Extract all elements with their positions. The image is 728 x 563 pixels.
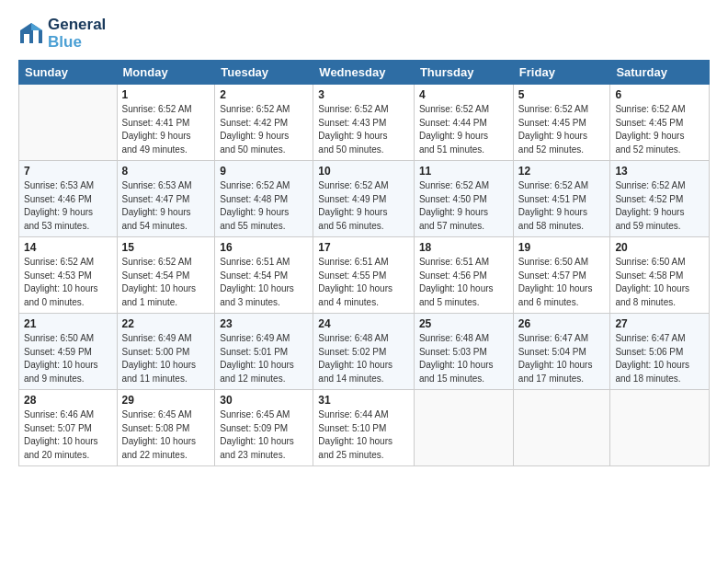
day-number: 5 [518, 88, 606, 101]
day-number: 18 [419, 241, 508, 254]
calendar-cell: 17Sunrise: 6:51 AMSunset: 4:55 PMDayligh… [313, 237, 415, 314]
day-info: Sunrise: 6:52 AMSunset: 4:43 PMDaylight:… [318, 103, 409, 156]
day-info: Sunrise: 6:45 AMSunset: 5:09 PMDaylight:… [220, 408, 308, 462]
weekday-friday: Friday [513, 61, 610, 85]
day-number: 10 [318, 165, 409, 178]
day-number: 31 [318, 394, 409, 407]
day-info: Sunrise: 6:49 AMSunset: 5:01 PMDaylight:… [220, 332, 308, 385]
day-number: 3 [318, 88, 409, 101]
day-number: 6 [615, 88, 704, 101]
day-number: 22 [122, 317, 210, 330]
day-number: 9 [220, 165, 308, 178]
day-info: Sunrise: 6:50 AMSunset: 4:58 PMDaylight:… [615, 256, 704, 309]
calendar-cell [414, 390, 513, 466]
svg-rect-2 [24, 34, 29, 43]
calendar-cell: 8Sunrise: 6:53 AMSunset: 4:47 PMDaylight… [117, 161, 215, 237]
page: General Blue SundayMondayTuesdayWednesda… [0, 0, 728, 476]
calendar-cell [513, 390, 610, 466]
weekday-tuesday: Tuesday [215, 61, 313, 85]
day-info: Sunrise: 6:52 AMSunset: 4:45 PMDaylight:… [615, 103, 704, 156]
day-info: Sunrise: 6:44 AMSunset: 5:10 PMDaylight:… [318, 408, 409, 462]
calendar-cell: 26Sunrise: 6:47 AMSunset: 5:04 PMDayligh… [513, 314, 610, 390]
calendar-cell: 15Sunrise: 6:52 AMSunset: 4:54 PMDayligh… [117, 237, 215, 314]
day-info: Sunrise: 6:51 AMSunset: 4:54 PMDaylight:… [220, 256, 308, 309]
calendar-cell: 21Sunrise: 6:50 AMSunset: 4:59 PMDayligh… [19, 314, 118, 390]
day-info: Sunrise: 6:52 AMSunset: 4:49 PMDaylight:… [318, 179, 409, 233]
day-number: 12 [518, 165, 606, 178]
day-number: 2 [220, 88, 308, 101]
day-info: Sunrise: 6:53 AMSunset: 4:46 PMDaylight:… [24, 179, 112, 233]
day-info: Sunrise: 6:52 AMSunset: 4:53 PMDaylight:… [24, 256, 112, 309]
calendar-cell: 9Sunrise: 6:52 AMSunset: 4:48 PMDaylight… [215, 161, 313, 237]
day-number: 14 [24, 241, 112, 254]
day-info: Sunrise: 6:51 AMSunset: 4:56 PMDaylight:… [419, 256, 508, 309]
day-info: Sunrise: 6:52 AMSunset: 4:48 PMDaylight:… [220, 179, 308, 233]
day-number: 4 [419, 88, 508, 101]
calendar-cell: 12Sunrise: 6:52 AMSunset: 4:51 PMDayligh… [513, 161, 610, 237]
svg-marker-1 [31, 23, 42, 30]
calendar-cell: 19Sunrise: 6:50 AMSunset: 4:57 PMDayligh… [513, 237, 610, 314]
day-info: Sunrise: 6:52 AMSunset: 4:54 PMDaylight:… [122, 256, 210, 309]
day-info: Sunrise: 6:46 AMSunset: 5:07 PMDaylight:… [24, 408, 112, 462]
day-number: 16 [220, 241, 308, 254]
day-info: Sunrise: 6:51 AMSunset: 4:55 PMDaylight:… [318, 256, 409, 309]
day-info: Sunrise: 6:52 AMSunset: 4:52 PMDaylight:… [615, 179, 704, 233]
logo-icon [18, 21, 44, 47]
weekday-header-row: SundayMondayTuesdayWednesdayThursdayFrid… [19, 61, 710, 85]
day-number: 11 [419, 165, 508, 178]
day-info: Sunrise: 6:52 AMSunset: 4:50 PMDaylight:… [419, 179, 508, 233]
calendar-cell: 22Sunrise: 6:49 AMSunset: 5:00 PMDayligh… [117, 314, 215, 390]
calendar-cell: 5Sunrise: 6:52 AMSunset: 4:45 PMDaylight… [513, 85, 610, 161]
week-row-1: 1Sunrise: 6:52 AMSunset: 4:41 PMDaylight… [19, 85, 710, 161]
day-number: 30 [220, 394, 308, 407]
day-number: 26 [518, 317, 606, 330]
calendar-cell: 1Sunrise: 6:52 AMSunset: 4:41 PMDaylight… [117, 85, 215, 161]
calendar-cell: 10Sunrise: 6:52 AMSunset: 4:49 PMDayligh… [313, 161, 415, 237]
day-number: 13 [615, 165, 704, 178]
day-info: Sunrise: 6:48 AMSunset: 5:03 PMDaylight:… [419, 332, 508, 385]
day-number: 1 [122, 88, 210, 101]
calendar-cell: 7Sunrise: 6:53 AMSunset: 4:46 PMDaylight… [19, 161, 118, 237]
logo-text: General Blue [48, 17, 106, 51]
weekday-wednesday: Wednesday [313, 61, 415, 85]
weekday-monday: Monday [117, 61, 215, 85]
day-number: 21 [24, 317, 112, 330]
logo: General Blue [18, 17, 106, 51]
calendar-cell: 3Sunrise: 6:52 AMSunset: 4:43 PMDaylight… [313, 85, 415, 161]
calendar-cell: 29Sunrise: 6:45 AMSunset: 5:08 PMDayligh… [117, 390, 215, 466]
day-number: 17 [318, 241, 409, 254]
calendar-cell: 2Sunrise: 6:52 AMSunset: 4:42 PMDaylight… [215, 85, 313, 161]
calendar-cell: 13Sunrise: 6:52 AMSunset: 4:52 PMDayligh… [610, 161, 710, 237]
day-info: Sunrise: 6:47 AMSunset: 5:06 PMDaylight:… [615, 332, 704, 385]
week-row-2: 7Sunrise: 6:53 AMSunset: 4:46 PMDaylight… [19, 161, 710, 237]
day-info: Sunrise: 6:45 AMSunset: 5:08 PMDaylight:… [122, 408, 210, 462]
day-info: Sunrise: 6:47 AMSunset: 5:04 PMDaylight:… [518, 332, 606, 385]
calendar-cell: 20Sunrise: 6:50 AMSunset: 4:58 PMDayligh… [610, 237, 710, 314]
day-info: Sunrise: 6:52 AMSunset: 4:44 PMDaylight:… [419, 103, 508, 156]
day-number: 19 [518, 241, 606, 254]
week-row-4: 21Sunrise: 6:50 AMSunset: 4:59 PMDayligh… [19, 314, 710, 390]
day-info: Sunrise: 6:52 AMSunset: 4:42 PMDaylight:… [220, 103, 308, 156]
day-number: 7 [24, 165, 112, 178]
calendar-cell: 4Sunrise: 6:52 AMSunset: 4:44 PMDaylight… [414, 85, 513, 161]
day-number: 8 [122, 165, 210, 178]
day-number: 25 [419, 317, 508, 330]
day-info: Sunrise: 6:52 AMSunset: 4:41 PMDaylight:… [122, 103, 210, 156]
calendar-cell: 28Sunrise: 6:46 AMSunset: 5:07 PMDayligh… [19, 390, 118, 466]
header: General Blue [18, 17, 710, 51]
week-row-5: 28Sunrise: 6:46 AMSunset: 5:07 PMDayligh… [19, 390, 710, 466]
calendar-cell: 16Sunrise: 6:51 AMSunset: 4:54 PMDayligh… [215, 237, 313, 314]
day-info: Sunrise: 6:50 AMSunset: 4:59 PMDaylight:… [24, 332, 112, 385]
svg-rect-3 [33, 30, 39, 43]
day-number: 24 [318, 317, 409, 330]
day-number: 27 [615, 317, 704, 330]
calendar-cell: 11Sunrise: 6:52 AMSunset: 4:50 PMDayligh… [414, 161, 513, 237]
day-number: 29 [122, 394, 210, 407]
calendar-cell: 25Sunrise: 6:48 AMSunset: 5:03 PMDayligh… [414, 314, 513, 390]
calendar-cell: 18Sunrise: 6:51 AMSunset: 4:56 PMDayligh… [414, 237, 513, 314]
day-info: Sunrise: 6:52 AMSunset: 4:45 PMDaylight:… [518, 103, 606, 156]
day-info: Sunrise: 6:50 AMSunset: 4:57 PMDaylight:… [518, 256, 606, 309]
calendar-cell: 27Sunrise: 6:47 AMSunset: 5:06 PMDayligh… [610, 314, 710, 390]
day-info: Sunrise: 6:49 AMSunset: 5:00 PMDaylight:… [122, 332, 210, 385]
calendar-table: SundayMondayTuesdayWednesdayThursdayFrid… [18, 60, 710, 466]
